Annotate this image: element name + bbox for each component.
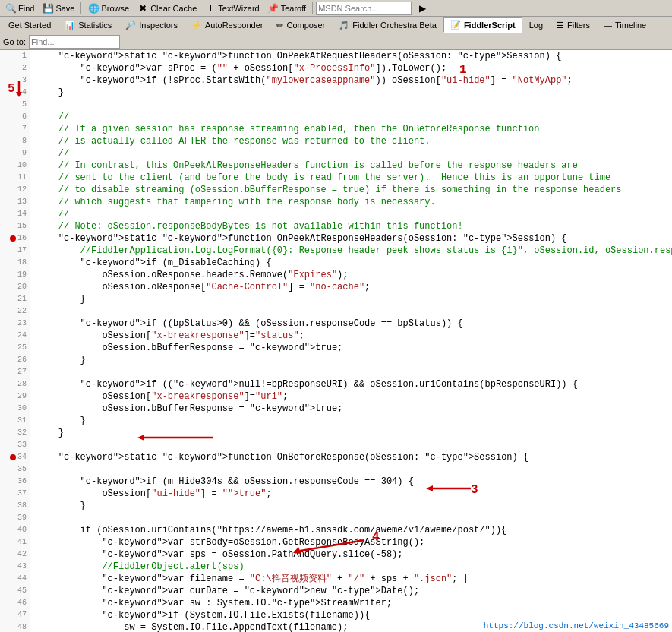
clearcache-button[interactable]: ✖ Clear Cache <box>134 1 200 16</box>
textwizard-icon: T <box>204 2 216 14</box>
code-line: 38 } <box>0 500 672 512</box>
code-line: 15 // Note: oSession.responseBodyBytes i… <box>0 220 672 232</box>
msdn-search-box <box>316 2 412 15</box>
find-button[interactable]: 🔍 Find <box>2 1 37 16</box>
line-number: 39 <box>0 512 30 524</box>
line-code-text: "c-keyword">if (m_Hide304s && oSession.r… <box>30 476 672 488</box>
line-number: 40 <box>0 524 30 536</box>
line-code-text: "c-keyword">static "c-keyword">function … <box>30 232 672 245</box>
save-icon: 💾 <box>42 2 54 14</box>
code-line: 13 // which suggests that tampering with… <box>0 196 672 208</box>
statistics-icon: 📊 <box>65 21 75 30</box>
tab-orchestrabeta[interactable]: 🎵 Fiddler Orchestra Beta <box>332 17 443 33</box>
line-number: 18 <box>0 257 30 269</box>
save-button[interactable]: 💾 Save <box>39 1 77 16</box>
line-number: 26 <box>0 354 30 366</box>
textwizard-button[interactable]: T TextWizard <box>201 1 262 16</box>
line-code-text: } <box>30 500 672 512</box>
code-line: 41 "c-keyword">var strBody=oSession.GetR… <box>0 536 672 548</box>
gotobar: Go to: <box>0 33 672 50</box>
code-line: 44 "c-keyword">var filename = "C:\抖音视频资料… <box>0 573 672 585</box>
tab-statistics[interactable]: 📊 Statistics <box>58 17 118 33</box>
line-code-text <box>30 463 672 476</box>
code-line: 39 <box>0 512 672 524</box>
msdn-search-input[interactable] <box>318 4 409 13</box>
tab-autoresponder[interactable]: ⚡ AutoResponder <box>185 17 270 33</box>
line-number: 31 <box>0 415 30 427</box>
tab-getstarted[interactable]: Get Started <box>2 17 58 33</box>
code-line: 16 "c-keyword">static "c-keyword">functi… <box>0 232 672 245</box>
line-code-text: // which suggests that tampering with th… <box>30 196 672 208</box>
line-number: 5 <box>0 99 30 111</box>
line-code-text: "c-keyword">if (!sProc.StartsWith("mylow… <box>30 74 672 87</box>
line-number: 12 <box>0 184 30 196</box>
more-icon: ▶ <box>416 2 428 14</box>
code-line: 11 // sent to the client (and before the… <box>0 172 672 184</box>
line-code-text: oSession["x-breakresponse"]="status"; <box>30 330 672 342</box>
line-number: 8 <box>0 135 30 147</box>
more-button[interactable]: ▶ <box>413 1 431 16</box>
timeline-icon: — <box>604 21 612 30</box>
line-code-text <box>30 439 672 451</box>
line-code-text: } <box>30 415 672 427</box>
code-editor[interactable]: 1 "c-keyword">static "c-keyword">functio… <box>0 50 672 632</box>
tab-filters[interactable]: ☰ Filters <box>550 17 597 33</box>
line-code-text: "c-keyword">if (("c-keyword">null!=bpRes… <box>30 378 672 390</box>
toolbar2: Get Started 📊 Statistics 🔎 Inspectors ⚡ … <box>0 17 672 33</box>
line-number: 42 <box>0 548 30 561</box>
tab-log[interactable]: Log <box>522 17 550 33</box>
line-code-text: } <box>30 354 672 366</box>
tab-fiddlerscript[interactable]: 📝 FiddlerScript <box>443 17 522 33</box>
code-line: 27 <box>0 366 672 378</box>
code-line: 46 "c-keyword">var sw : System.IO."c-typ… <box>0 597 672 609</box>
line-number: 3 <box>0 74 30 87</box>
line-number: 11 <box>0 172 30 184</box>
line-number: 16 <box>0 232 30 245</box>
code-line: 24 oSession["x-breakresponse"]="status"; <box>0 330 672 342</box>
line-number: 29 <box>0 390 30 403</box>
code-line: 7 // If a given session has response str… <box>0 123 672 135</box>
tab-composer[interactable]: ✏ Composer <box>270 17 332 33</box>
code-content: 1 "c-keyword">static "c-keyword">functio… <box>0 50 672 632</box>
tearoff-button[interactable]: 📌 Tearoff <box>264 1 309 16</box>
line-number: 44 <box>0 573 30 585</box>
line-number: 37 <box>0 488 30 500</box>
line-code-text: // In contrast, this OnPeekAtResponseHea… <box>30 160 672 172</box>
line-code-text: // Note: oSession.responseBodyBytes is n… <box>30 220 672 232</box>
line-number: 20 <box>0 281 30 293</box>
line-code-text: "c-keyword">if ((bpStatus>0) && (oSessio… <box>30 318 672 330</box>
code-line: 20 oSession.oResponse["Cache-Control"] =… <box>0 281 672 293</box>
tab-inspectors[interactable]: 🔎 Inspectors <box>118 17 185 33</box>
line-number: 28 <box>0 378 30 390</box>
code-line: 5 <box>0 99 672 111</box>
line-number: 14 <box>0 208 30 220</box>
line-number: 48 <box>0 621 30 632</box>
clearcache-icon: ✖ <box>137 2 149 14</box>
line-code-text: } <box>30 293 672 305</box>
line-code-text: oSession.oResponse.headers.Remove("Expir… <box>30 269 672 281</box>
line-code-text <box>30 305 672 318</box>
line-code-text: "c-keyword">if (m_DisableCaching) { <box>30 257 672 269</box>
line-number: 6 <box>0 111 30 123</box>
browse-button[interactable]: 🌐 Browse <box>84 1 132 16</box>
code-line: 43 //FiddlerObject.alert(sps) <box>0 561 672 573</box>
line-code-text: oSession.bBufferResponse = "c-keyword">t… <box>30 342 672 354</box>
code-line: 6 // <box>0 111 672 123</box>
line-number: 38 <box>0 500 30 512</box>
separator <box>80 2 81 14</box>
line-code-text: "c-keyword">var curDate = "c-keyword">ne… <box>30 585 672 597</box>
code-line: 9 // <box>0 147 672 160</box>
line-number: 46 <box>0 597 30 609</box>
goto-input[interactable] <box>29 35 120 49</box>
code-line: 31 } <box>0 415 672 427</box>
line-number: 15 <box>0 220 30 232</box>
line-code-text: "c-keyword">static "c-keyword">function … <box>30 451 672 463</box>
code-line: 25 oSession.bBufferResponse = "c-keyword… <box>0 342 672 354</box>
code-line: 28 "c-keyword">if (("c-keyword">null!=bp… <box>0 378 672 390</box>
line-number: 43 <box>0 561 30 573</box>
tab-timeline[interactable]: — Timeline <box>597 17 653 33</box>
code-line: 4 } <box>0 87 672 99</box>
line-number: 19 <box>0 269 30 281</box>
line-number: 45 <box>0 585 30 597</box>
code-line: 34 "c-keyword">static "c-keyword">functi… <box>0 451 672 463</box>
